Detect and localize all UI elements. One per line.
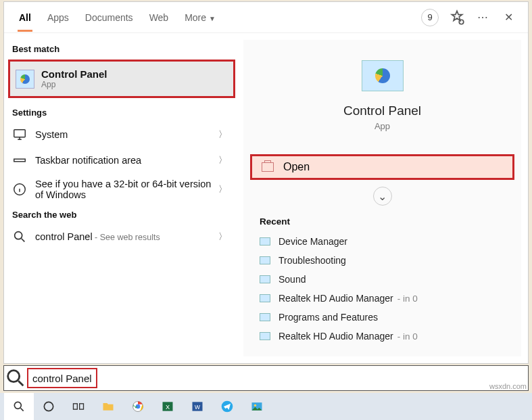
cpl-icon [260, 332, 270, 340]
settings-item-system[interactable]: System 〉 [4, 122, 239, 147]
taskbar-taskview-button[interactable] [64, 393, 93, 420]
cpl-icon [260, 237, 270, 246]
tab-more[interactable]: More▼ [176, 4, 224, 31]
chevron-down-icon: ⌄ [378, 190, 387, 203]
preview-title: Control Panel [343, 103, 421, 118]
taskbar-search-button[interactable] [4, 393, 34, 420]
web-result-label: control Panel - See web results [35, 231, 214, 242]
svg-text:W: W [195, 404, 200, 411]
best-match-title: Control Panel [41, 68, 107, 80]
control-panel-icon [16, 70, 34, 89]
web-result-item[interactable]: control Panel - See web results 〉 [4, 224, 239, 250]
chevron-right-icon: 〉 [214, 231, 231, 243]
svg-point-6 [14, 402, 21, 409]
svg-rect-2 [14, 159, 26, 162]
taskbar-cortana-button[interactable] [34, 393, 64, 420]
chevron-right-icon: 〉 [214, 154, 231, 166]
recent-item[interactable]: Device Manager [260, 232, 505, 251]
notification-badge[interactable]: 9 [421, 9, 439, 26]
svg-point-5 [8, 371, 20, 382]
tab-apps[interactable]: Apps [39, 4, 77, 31]
more-options-icon[interactable]: ⋯ [474, 9, 491, 26]
svg-rect-9 [80, 404, 84, 409]
open-button[interactable]: Open [250, 154, 514, 180]
taskbar-chrome-button[interactable] [123, 393, 153, 420]
search-icon [4, 367, 27, 390]
svg-point-7 [44, 402, 53, 411]
settings-item-bitness[interactable]: See if you have a 32-bit or 64-bit versi… [4, 173, 239, 206]
taskbar-icon [12, 153, 27, 168]
open-icon [262, 162, 274, 172]
taskbar-word-button[interactable]: W [183, 393, 212, 420]
search-icon [12, 229, 27, 244]
chevron-right-icon: 〉 [214, 183, 231, 195]
best-match-item[interactable]: Control Panel App [8, 60, 235, 98]
recent-item[interactable]: Sound [260, 270, 505, 289]
svg-rect-8 [74, 404, 78, 409]
svg-point-0 [459, 20, 464, 24]
cpl-icon [260, 313, 270, 321]
settings-item-label: See if you have a 32-bit or 64-bit versi… [35, 179, 214, 200]
chevron-right-icon: 〉 [214, 129, 231, 141]
recent-item[interactable]: Programs and Features [260, 308, 505, 327]
search-input[interactable]: control Panel [27, 368, 97, 388]
cpl-icon [260, 275, 270, 283]
tabs-bar: All Apps Documents Web More▼ 9 ⋯ ✕ [4, 2, 528, 33]
watermark: wsxdn.com [489, 382, 527, 390]
info-icon [12, 182, 27, 197]
svg-point-4 [15, 232, 22, 239]
svg-rect-1 [14, 130, 26, 137]
expand-button[interactable]: ⌄ [373, 187, 392, 206]
search-results-panel: All Apps Documents Web More▼ 9 ⋯ ✕ Best … [3, 1, 529, 364]
close-icon[interactable]: ✕ [500, 9, 517, 26]
taskbar-excel-button[interactable]: X [153, 393, 183, 420]
settings-item-label: Taskbar notification area [35, 155, 214, 166]
cpl-icon [260, 294, 270, 302]
taskbar-photos-button[interactable] [242, 393, 272, 420]
recent-item[interactable]: Realtek HD Audio Manager- in 0 [260, 289, 505, 308]
best-match-subtitle: App [41, 80, 107, 89]
svg-point-18 [254, 404, 256, 406]
feedback-icon[interactable] [448, 9, 466, 26]
taskbar: X W [0, 393, 532, 420]
settings-label: Settings [4, 103, 239, 122]
preview-pane: Control Panel App Open ⌄ Recent Device M… [243, 40, 521, 356]
open-label: Open [283, 161, 310, 173]
cpl-icon [260, 256, 270, 264]
recent-item[interactable]: Troubleshooting [260, 251, 505, 270]
svg-text:X: X [166, 404, 170, 411]
chevron-down-icon: ▼ [209, 15, 216, 22]
tab-all[interactable]: All [11, 4, 39, 31]
settings-item-taskbar[interactable]: Taskbar notification area 〉 [4, 147, 239, 173]
recent-label: Recent [260, 216, 505, 227]
taskbar-telegram-button[interactable] [212, 393, 242, 420]
recent-item[interactable]: Realtek HD Audio Manager- in 0 [260, 327, 505, 346]
settings-item-label: System [35, 129, 214, 140]
control-panel-large-icon [362, 60, 404, 91]
best-match-label: Best match [4, 40, 239, 58]
results-list: Best match Control Panel App Settings Sy… [4, 33, 239, 363]
search-bar[interactable]: control Panel [3, 365, 529, 391]
tab-documents[interactable]: Documents [77, 4, 141, 31]
preview-type: App [374, 121, 390, 131]
search-web-label: Search the web [4, 206, 239, 224]
monitor-icon [12, 127, 27, 142]
taskbar-explorer-button[interactable] [93, 393, 123, 420]
tab-web[interactable]: Web [141, 4, 177, 31]
